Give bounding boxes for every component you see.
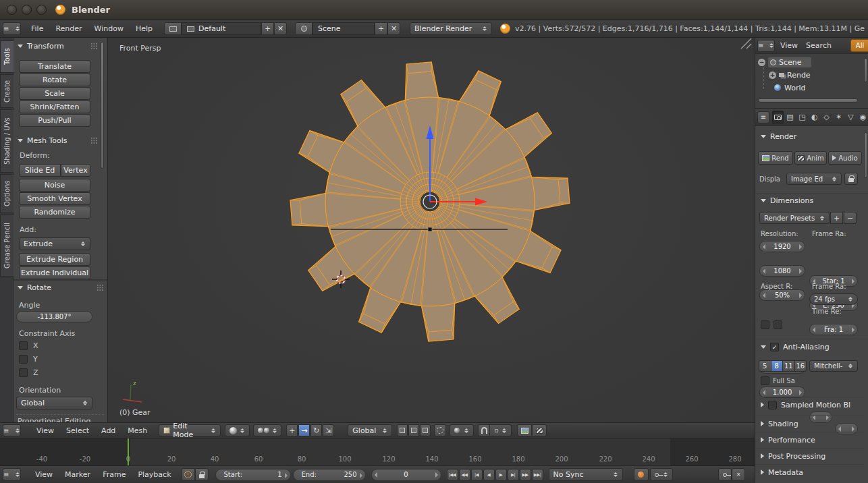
play-reverse-button[interactable]: ◀ <box>483 469 495 481</box>
transform-orientation-dropdown[interactable]: Global <box>348 424 392 436</box>
expand-icon[interactable]: + <box>769 72 776 79</box>
scene-selector[interactable]: Scene <box>313 22 375 35</box>
slide-edge-button[interactable]: Slide Ed <box>19 164 61 177</box>
remove-preset-button[interactable]: − <box>844 212 857 224</box>
menu-marker[interactable]: Marker <box>59 470 97 479</box>
menu-playback[interactable]: Playback <box>132 470 177 479</box>
resolution-y-field[interactable]: 1080 <box>759 265 805 277</box>
resolution-x-field[interactable]: 1920 <box>759 241 805 252</box>
shrink-fatten-button[interactable]: Shrink/Fatten <box>19 101 90 113</box>
snap-toggle[interactable] <box>478 424 490 436</box>
motion-blur-checkbox[interactable] <box>768 401 777 409</box>
outliner-row-world[interactable]: World <box>774 82 806 94</box>
start-frame-field[interactable]: Start: 1 <box>215 469 291 481</box>
rotate-button[interactable]: Rotate <box>19 74 90 86</box>
render-anim-button[interactable]: Anim <box>794 151 827 165</box>
hide-icon-button[interactable] <box>397 424 408 436</box>
orientation-dropdown[interactable]: Global <box>16 397 92 409</box>
manipulator-axis-icon[interactable]: + <box>286 424 298 436</box>
checkbox-y[interactable] <box>19 355 28 364</box>
viewport-shading-dropdown[interactable] <box>225 424 250 436</box>
tab-modifiers[interactable]: ✶ <box>833 111 844 124</box>
render-panel-header[interactable]: Render <box>755 132 868 141</box>
tab-create[interactable]: Create <box>0 74 13 108</box>
menu-select[interactable]: Select <box>60 426 95 435</box>
screen-layout-icon-button[interactable] <box>164 22 182 35</box>
window-minimize-button[interactable] <box>22 5 32 15</box>
tab-grease-pencil[interactable]: Grease Pencil <box>0 215 13 277</box>
manipulator-rotate-toggle[interactable]: ↻ <box>310 424 322 436</box>
metadata-panel-header[interactable]: Metadata <box>755 464 865 480</box>
antialiasing-checkbox[interactable]: ✓ <box>770 343 779 351</box>
editor-type-button[interactable]: ≡ <box>757 40 775 52</box>
jump-to-end-button[interactable]: ▶▶| <box>532 469 543 481</box>
tab-render[interactable] <box>772 111 784 124</box>
tab-scene[interactable]: ◳ <box>796 111 808 124</box>
add-layout-button[interactable]: + <box>261 22 274 35</box>
mesh-tools-panel-header[interactable]: Mesh Tools <box>18 136 98 145</box>
properties-scrollbar[interactable] <box>864 132 867 178</box>
current-frame-field[interactable]: 0 <box>371 469 441 481</box>
constraint-z-row[interactable]: Z <box>19 368 38 377</box>
collapse-icon[interactable]: − <box>758 59 765 66</box>
menu-add[interactable]: Add <box>95 426 121 435</box>
snap-element-dropdown[interactable]: ▫ <box>490 424 512 436</box>
full-sample-checkbox[interactable] <box>761 376 769 385</box>
frame-step-field[interactable]: Fra: 1 <box>809 324 858 335</box>
outliner-display-mode-dropdown[interactable]: All <box>850 39 868 52</box>
shading-panel-header[interactable]: Shading <box>755 416 865 431</box>
screen-layout-selector[interactable]: Default <box>182 22 261 35</box>
menu-mesh[interactable]: Mesh <box>121 426 153 435</box>
aa-samples-8[interactable]: 8 <box>771 360 784 372</box>
dimensions-panel-header[interactable]: Dimensions <box>755 193 868 208</box>
editor-type-button[interactable]: ≡ <box>3 468 21 481</box>
lock-time-toggle[interactable] <box>195 468 209 481</box>
lock-interface-toggle[interactable] <box>844 173 858 185</box>
menu-frame[interactable]: Frame <box>97 470 132 479</box>
menu-window[interactable]: Window <box>88 24 130 33</box>
current-frame-line[interactable] <box>128 438 129 465</box>
outliner-v-scrollbar[interactable] <box>864 58 867 82</box>
crop-checkbox[interactable] <box>774 320 782 329</box>
performance-panel-header[interactable]: Performance <box>755 432 865 447</box>
add-preset-button[interactable]: + <box>830 212 843 224</box>
timeline-ruler[interactable]: -40 -20 0 20 40 60 80 100 120 140 160 18… <box>0 438 755 465</box>
toolshelf-scrollbar[interactable] <box>101 42 104 169</box>
menu-help[interactable]: Help <box>130 24 159 33</box>
menu-view[interactable]: View <box>30 426 60 435</box>
fps-dropdown[interactable]: 24 fps <box>809 293 858 305</box>
panel-drag-icon[interactable] <box>97 284 104 291</box>
aa-samples-16[interactable]: 16 <box>794 360 807 372</box>
tab-world[interactable]: ◐ <box>809 111 820 124</box>
rotate-panel-header[interactable]: Rotate <box>18 283 104 292</box>
scale-button[interactable]: Scale <box>19 87 90 100</box>
aa-samples-11[interactable]: 11 <box>782 360 795 372</box>
play-button[interactable]: ▶ <box>495 469 507 481</box>
sampled-motion-blur-panel-header[interactable]: Sampled Motion Bl <box>755 397 865 412</box>
translate-button[interactable]: Translate <box>19 60 90 73</box>
manipulator-translate-toggle[interactable]: → <box>298 424 310 436</box>
noise-button[interactable]: Noise <box>19 179 90 192</box>
antialiasing-panel-header[interactable]: ✓ Anti-Aliasing <box>755 339 868 355</box>
checkbox-x[interactable] <box>19 341 28 350</box>
keying-set-dropdown[interactable] <box>650 468 673 481</box>
menu-view[interactable]: View <box>29 470 59 479</box>
delete-scene-button[interactable]: ✕ <box>387 22 400 35</box>
panel-drag-icon[interactable] <box>90 42 98 50</box>
scene-icon-button[interactable] <box>295 22 313 35</box>
delete-keyframe-button[interactable]: ✕ <box>732 468 745 481</box>
tab-options[interactable]: Options <box>0 174 13 213</box>
outliner-row-renderlayers[interactable]: + Rende <box>769 69 811 81</box>
tab-shading-uvs[interactable]: Shading / UVs <box>0 109 13 173</box>
manipulator-scale-toggle[interactable]: ⇲ <box>323 424 334 436</box>
panel-drag-icon[interactable] <box>90 137 98 144</box>
push-pull-button[interactable]: Push/Pull <box>19 114 90 127</box>
extrude-individual-button[interactable]: Extrude Individual <box>19 266 90 279</box>
outliner-row-scene[interactable]: − Scene <box>758 56 811 68</box>
tab-data[interactable]: ▽ <box>845 111 857 124</box>
mode-dropdown[interactable]: Edit Mode <box>159 424 221 436</box>
aa-filter-dropdown[interactable]: Mitchell- <box>809 360 858 372</box>
add-scene-button[interactable]: + <box>375 22 387 35</box>
transform-panel-header[interactable]: Transform <box>18 42 98 51</box>
tab-object[interactable]: ◇ <box>821 111 832 124</box>
